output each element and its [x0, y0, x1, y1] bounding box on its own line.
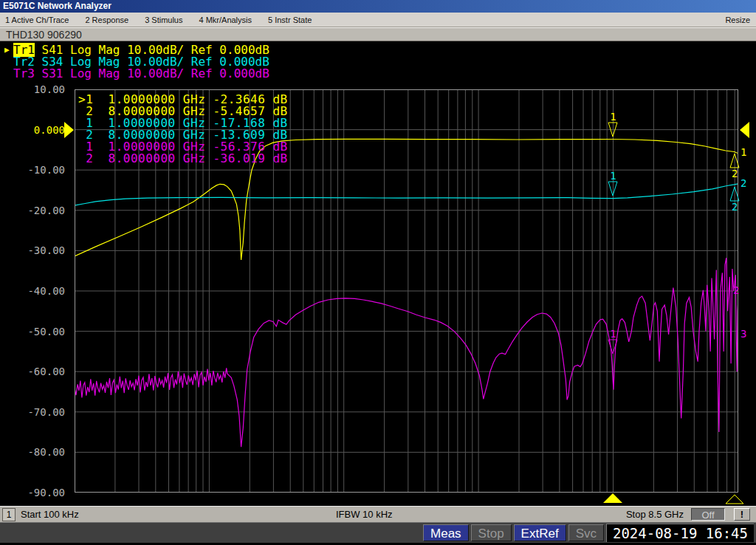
trace-end-label: 1: [740, 146, 746, 158]
channel-number-badge: 1: [2, 508, 16, 521]
y-axis-tick-label: -80.00: [0, 446, 65, 458]
marker-number: 2: [729, 202, 740, 213]
trace-settings-text: S31 Log Mag 10.00dB/ Ref 0.000dB: [35, 66, 269, 80]
open-triangle-icon: [725, 494, 744, 504]
reference-level-triangle-right[interactable]: [740, 122, 749, 138]
marker-number: 2: [729, 168, 740, 179]
off-button[interactable]: Off: [691, 508, 725, 521]
y-axis-tick-label: -20.00: [0, 205, 65, 216]
marker-number: 1: [607, 112, 619, 123]
trace-end-label: 3: [740, 328, 746, 340]
trace-marker-2[interactable]: 2: [729, 153, 740, 179]
status-indicator-svc: Svc: [568, 524, 604, 541]
y-axis-tick-label: -60.00: [0, 366, 65, 377]
app-window: E5071C Network Analyzer 1 Active Ch/Trac…: [0, 0, 756, 545]
window-title: E5071C Network Analyzer: [3, 1, 111, 11]
y-axis-tick-label: -50.00: [0, 326, 65, 337]
trace-marker-1[interactable]: 1: [607, 329, 619, 354]
y-axis-tick-label: -40.00: [0, 285, 65, 297]
channel-title-bar: THD130 906290: [0, 27, 756, 41]
status-indicators: MeasStopExtRefSvc: [423, 524, 604, 541]
stop-frequency-label: Stop 8.5 GHz: [626, 509, 684, 520]
y-axis-tick-label: -70.00: [0, 406, 65, 418]
y-axis-tick-label: 10.00: [0, 83, 65, 95]
marker-readout-table: >1 1.0000000 GHz -2.3646 dB 2 8.0000000 …: [78, 94, 288, 165]
marker-up-triangle-icon: [729, 186, 740, 202]
channel-status-bar: 1 Start 100 kHz IFBW 10 kHz Stop 8.5 GHz…: [0, 506, 756, 523]
marker-down-triangle-icon: [607, 181, 619, 196]
trace-marker-1[interactable]: 1: [607, 171, 619, 196]
datetime-display: 2024-08-19 16:45: [606, 524, 754, 542]
y-axis-tick-label: -10.00: [0, 164, 65, 176]
status-indicator-stop: Stop: [471, 524, 512, 541]
trace-marker-2[interactable]: 2: [729, 186, 740, 213]
menu-item-4-mkr-analysis[interactable]: 4 Mkr/Analysis: [199, 16, 252, 24]
marker-down-triangle-icon: [607, 339, 619, 354]
marker-number: 1: [607, 171, 619, 182]
marker-number: 2: [730, 285, 742, 296]
title-bar: E5071C Network Analyzer: [0, 0, 756, 13]
menu-bar: 1 Active Ch/Trace2 Response3 Stimulus4 M…: [0, 13, 756, 27]
y-axis-tick-label: -90.00: [0, 487, 65, 498]
reference-level-triangle-left[interactable]: [64, 122, 74, 138]
marker-readout-row: 2 8.0000000 GHz -36.019 dB: [78, 153, 288, 165]
y-axis-tick-label: 0.000: [0, 124, 65, 136]
marker-number: 1: [607, 329, 619, 340]
trace-end-label: 2: [740, 177, 746, 189]
resize-button[interactable]: Resize: [725, 16, 756, 24]
instrument-status-bar: MeasStopExtRefSvc 2024-08-19 16:45: [0, 522, 756, 545]
channel-title: THD130 906290: [6, 29, 82, 41]
ifbw-label: IFBW 10 kHz: [336, 509, 393, 520]
instrument-screen: ▶Tr1 S41 Log Mag 10.00dB/ Ref 0.000dB Tr…: [0, 41, 756, 506]
menu-item-5-instr-state[interactable]: 5 Instr State: [268, 16, 312, 24]
marker-up-triangle-icon: [729, 153, 740, 168]
marker-down-triangle-icon: [607, 122, 619, 137]
status-indicator-meas: Meas: [423, 524, 469, 541]
start-frequency-label: Start 100 kHz: [21, 509, 79, 520]
menu-item-2-response[interactable]: 2 Response: [85, 16, 128, 24]
alert-icon[interactable]: !: [734, 508, 750, 521]
status-indicator-extref: ExtRef: [514, 524, 566, 541]
stimulus-marker-filled[interactable]: [603, 493, 622, 503]
trace-marker-1[interactable]: 1: [607, 112, 619, 137]
trace-marker-2[interactable]: 2: [730, 285, 742, 296]
menu-item-3-stimulus[interactable]: 3 Stimulus: [145, 16, 182, 24]
y-axis-tick-label: -30.00: [0, 244, 65, 256]
y-axis-labels: 10.000.000-10.00-20.00-30.00-40.00-50.00…: [0, 41, 66, 506]
menu-item-1-active-ch-trace[interactable]: 1 Active Ch/Trace: [5, 16, 69, 24]
